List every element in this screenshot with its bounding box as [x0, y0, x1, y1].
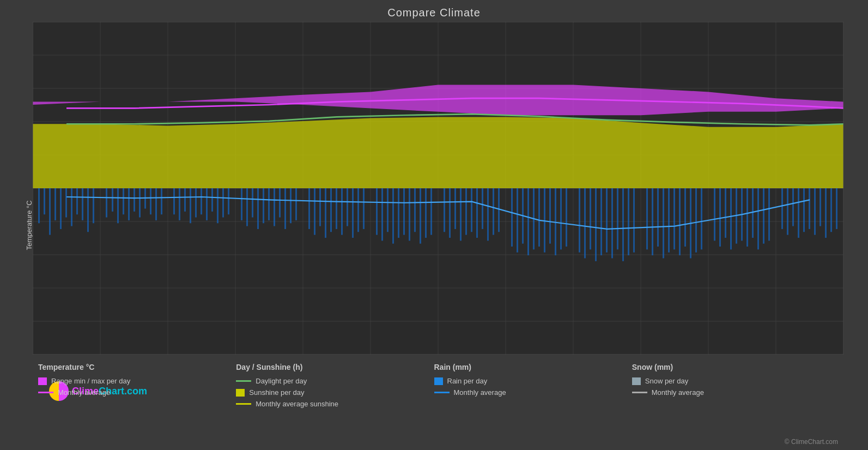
svg-rect-37 — [117, 188, 119, 223]
svg-rect-126 — [663, 188, 664, 258]
svg-rect-145 — [781, 188, 783, 229]
legend-col-temperature: Temperature °C Range min / max per day M… — [38, 363, 236, 408]
svg-rect-130 — [684, 188, 686, 247]
svg-rect-150 — [809, 188, 810, 229]
svg-rect-122 — [633, 188, 635, 253]
svg-rect-94 — [465, 188, 467, 235]
svg-rect-121 — [628, 188, 629, 255]
svg-marker-23 — [33, 117, 843, 188]
svg-rect-33 — [87, 188, 89, 232]
svg-rect-132 — [695, 188, 697, 253]
svg-rect-57 — [241, 188, 242, 220]
svg-rect-61 — [263, 188, 264, 223]
y-axis-left-label: Temperature °C — [25, 200, 33, 250]
svg-rect-25 — [44, 188, 45, 214]
legend-item-temp-range: Range min / max per day — [38, 377, 236, 385]
svg-rect-137 — [730, 188, 732, 249]
svg-rect-95 — [471, 188, 472, 232]
svg-rect-72 — [330, 188, 332, 232]
svg-rect-30 — [71, 188, 72, 226]
chart-area: 40 30 20 10 0 -10 -20 -30 -40 50 -50 24 … — [33, 22, 843, 355]
chart-title: Compare Climate — [0, 0, 868, 19]
svg-rect-69 — [314, 188, 315, 235]
page-container: Compare Climate Gustavia Gustavia Temper… — [0, 0, 868, 450]
svg-rect-152 — [820, 188, 821, 226]
svg-rect-89 — [430, 188, 432, 235]
svg-rect-99 — [493, 188, 494, 235]
legend-col-rain-title: Rain (mm) — [434, 363, 632, 371]
svg-rect-107 — [544, 188, 545, 253]
svg-rect-26 — [49, 188, 51, 235]
svg-rect-29 — [65, 188, 67, 218]
svg-rect-65 — [284, 188, 286, 229]
svg-rect-58 — [246, 188, 248, 226]
svg-rect-38 — [123, 188, 124, 214]
svg-rect-143 — [763, 188, 764, 244]
svg-rect-82 — [392, 188, 394, 244]
legend-item-temp-monthly: Monthly average — [38, 388, 236, 397]
svg-rect-151 — [814, 188, 816, 235]
svg-rect-47 — [179, 188, 180, 220]
svg-rect-154 — [830, 188, 832, 232]
svg-rect-147 — [792, 188, 794, 226]
legend-line-sunshine-monthly — [236, 403, 251, 405]
legend-col-temperature-title: Temperature °C — [38, 363, 236, 371]
legend-item-rain-per-day: Rain per day — [434, 377, 632, 385]
svg-rect-68 — [308, 188, 310, 229]
legend-item-snow-per-day: Snow per day — [632, 377, 830, 385]
svg-rect-129 — [679, 188, 681, 255]
svg-rect-115 — [595, 188, 597, 261]
svg-rect-92 — [454, 188, 456, 229]
svg-rect-135 — [719, 188, 721, 247]
legend-label-snow-monthly: Monthly average — [652, 388, 704, 397]
svg-rect-141 — [752, 188, 754, 238]
legend-label-snow-per-day: Snow per day — [645, 377, 689, 385]
svg-rect-155 — [836, 188, 837, 229]
svg-rect-41 — [139, 188, 141, 218]
svg-rect-153 — [825, 188, 827, 238]
svg-rect-40 — [133, 188, 135, 212]
svg-rect-49 — [190, 188, 191, 223]
svg-rect-110 — [560, 188, 562, 249]
svg-rect-35 — [106, 188, 107, 218]
svg-rect-48 — [184, 188, 186, 212]
svg-rect-146 — [787, 188, 788, 235]
svg-rect-43 — [150, 188, 151, 214]
svg-rect-51 — [201, 188, 202, 214]
svg-rect-24 — [38, 188, 40, 223]
svg-rect-124 — [652, 188, 653, 255]
svg-rect-73 — [336, 188, 337, 229]
svg-rect-136 — [725, 188, 726, 238]
watermark: © ClimeChart.com — [785, 438, 838, 446]
svg-rect-27 — [54, 188, 56, 220]
legend-line-rain-monthly — [434, 392, 450, 393]
svg-rect-118 — [611, 188, 613, 258]
legend-item-sunshine-per-day: Sunshine per day — [236, 388, 434, 397]
svg-rect-59 — [252, 188, 253, 218]
svg-rect-64 — [279, 188, 281, 218]
svg-rect-84 — [403, 188, 405, 235]
legend-col-sunshine: Day / Sunshine (h) Daylight per day Suns… — [236, 363, 434, 408]
svg-rect-36 — [112, 188, 113, 212]
legend-label-sunshine-per-day: Sunshine per day — [249, 388, 304, 397]
svg-rect-44 — [155, 188, 157, 220]
svg-rect-67 — [295, 188, 297, 220]
legend-columns: Temperature °C Range min / max per day M… — [38, 363, 830, 408]
svg-rect-81 — [387, 188, 389, 232]
svg-rect-133 — [701, 188, 702, 249]
svg-rect-87 — [420, 188, 421, 244]
svg-rect-97 — [482, 188, 483, 229]
svg-rect-127 — [668, 188, 670, 253]
svg-rect-114 — [590, 188, 591, 249]
svg-rect-79 — [376, 188, 378, 235]
svg-rect-120 — [622, 188, 624, 261]
svg-rect-98 — [487, 188, 489, 241]
svg-rect-55 — [222, 188, 224, 218]
svg-rect-111 — [566, 188, 567, 247]
svg-rect-119 — [617, 188, 618, 249]
svg-rect-50 — [195, 188, 197, 218]
svg-rect-71 — [325, 188, 326, 238]
svg-rect-104 — [527, 188, 529, 255]
legend-item-daylight: Daylight per day — [236, 377, 434, 385]
svg-rect-108 — [549, 188, 551, 244]
